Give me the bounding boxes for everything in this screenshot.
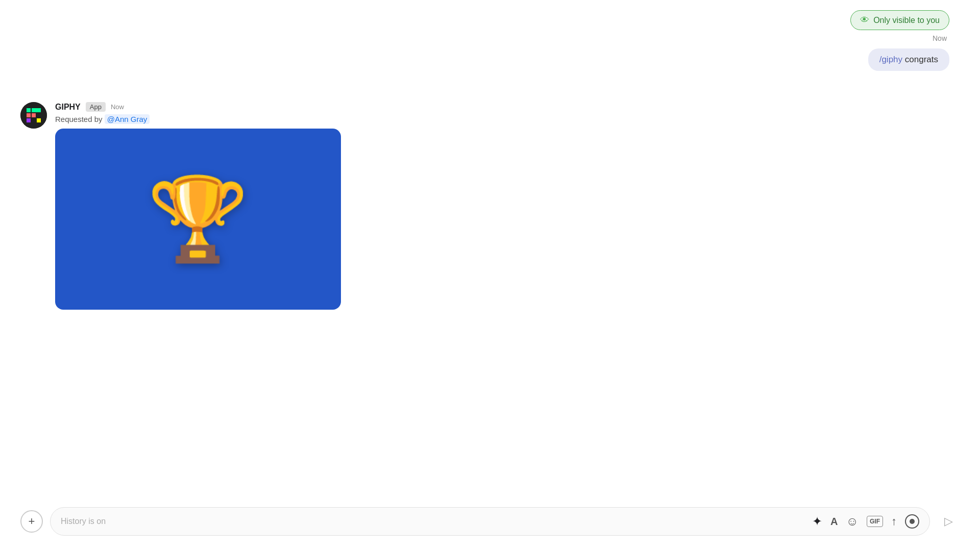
message-time: Now [111, 103, 124, 111]
eye-icon: 👁 [860, 15, 869, 26]
avatar [20, 102, 47, 129]
svg-rect-5 [37, 118, 41, 122]
svg-rect-1 [27, 113, 31, 117]
emoji-icon[interactable]: ☺ [846, 514, 859, 529]
sender-name: GIPHY [55, 103, 81, 112]
requested-by-line: Requested by @Ann Gray [55, 115, 341, 123]
svg-rect-3 [32, 108, 41, 112]
svg-rect-4 [32, 113, 36, 117]
plus-icon: + [29, 516, 35, 527]
trophy-emoji: 🏆 [147, 171, 249, 267]
svg-rect-2 [27, 118, 31, 122]
giphy-logo-icon [26, 107, 42, 123]
app-badge: App [86, 102, 106, 112]
mention-link[interactable]: @Ann Gray [105, 114, 150, 124]
requested-by-label: Requested by [55, 115, 103, 123]
upload-icon[interactable]: ↑ [891, 515, 897, 528]
add-button[interactable]: + [20, 510, 43, 533]
visibility-badge: 👁 Only visible to you [850, 10, 949, 30]
svg-rect-0 [27, 108, 31, 112]
gif-container: 🏆 [55, 129, 341, 310]
text-format-icon[interactable]: A [830, 516, 838, 528]
record-dot [910, 519, 915, 524]
visibility-notice: 👁 Only visible to you Now [850, 10, 949, 42]
send-button[interactable]: ▷ [937, 510, 960, 533]
messages-area: GIPHY App Now Requested by @Ann Gray 🏆 [0, 10, 980, 507]
chat-container: 👁 Only visible to you Now /giphy congrat… [0, 0, 980, 551]
send-icon: ▷ [944, 515, 953, 528]
visibility-badge-text: Only visible to you [873, 16, 940, 25]
input-bar[interactable]: History is on ✦ A ☺ GIF ↑ [50, 507, 930, 536]
giphy-message: GIPHY App Now Requested by @Ann Gray 🏆 [20, 102, 960, 310]
message-content: GIPHY App Now Requested by @Ann Gray 🏆 [55, 102, 341, 310]
input-icons: ✦ A ☺ GIF ↑ [812, 514, 919, 529]
visibility-time: Now [933, 34, 947, 42]
slash-command-bubble: /giphy congrats [868, 48, 949, 71]
input-bar-container: + History is on ✦ A ☺ GIF ↑ ▷ [0, 507, 980, 536]
avatar-inner [20, 102, 47, 129]
slash-command-query: congrats [902, 55, 938, 64]
input-placeholder[interactable]: History is on [61, 517, 805, 526]
message-header: GIPHY App Now [55, 102, 341, 112]
gif-button[interactable]: GIF [867, 516, 883, 528]
record-button[interactable] [905, 514, 919, 529]
sparkle-icon[interactable]: ✦ [812, 514, 822, 529]
slash-command-prefix: /giphy [879, 55, 902, 64]
